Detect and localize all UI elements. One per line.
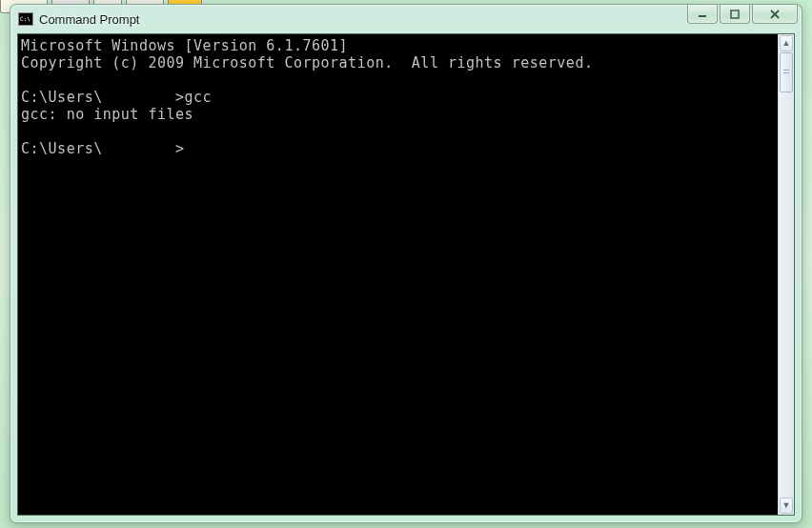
scroll-down-button[interactable]: ▼: [780, 498, 793, 514]
maximize-icon: [730, 10, 740, 19]
window-title: Command Prompt: [39, 12, 798, 27]
terminal-container: Microsoft Windows [Version 6.1.7601]Copy…: [17, 33, 795, 516]
window-controls: [687, 5, 798, 24]
terminal-line: C:\Users\ >gcc: [21, 89, 775, 106]
close-icon: [769, 10, 781, 19]
chevron-up-icon: ▲: [782, 39, 791, 48]
terminal-line: [21, 71, 775, 89]
scrollbar-thumb[interactable]: [780, 52, 793, 92]
terminal-line: C:\Users\ >: [21, 140, 775, 157]
maximize-button[interactable]: [720, 5, 750, 24]
command-prompt-icon: [18, 12, 33, 26]
scrollbar-track[interactable]: [779, 52, 794, 497]
terminal-line: [21, 123, 775, 140]
vertical-scrollbar[interactable]: ▲ ▼: [778, 34, 794, 515]
minimize-button[interactable]: [687, 5, 718, 24]
terminal-line: gcc: no input files: [21, 106, 775, 123]
close-button[interactable]: [752, 5, 798, 24]
terminal-output[interactable]: Microsoft Windows [Version 6.1.7601]Copy…: [18, 34, 778, 515]
titlebar[interactable]: Command Prompt: [10, 5, 802, 33]
chevron-down-icon: ▼: [782, 501, 791, 510]
terminal-line: Microsoft Windows [Version 6.1.7601]: [21, 37, 775, 54]
svg-rect-1: [731, 10, 739, 18]
svg-rect-0: [699, 15, 706, 17]
command-prompt-window: Command Prompt Microsoft Windows [Versio…: [10, 4, 802, 523]
terminal-line: Copyright (c) 2009 Microsoft Corporation…: [21, 54, 775, 71]
scroll-up-button[interactable]: ▲: [780, 35, 793, 51]
minimize-icon: [698, 10, 707, 19]
